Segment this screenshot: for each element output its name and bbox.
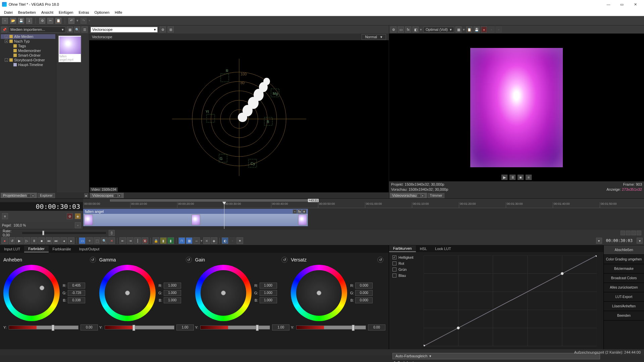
record-icon[interactable]: ● [481, 26, 487, 33]
loop-button[interactable]: ↺ [9, 237, 15, 244]
icon[interactable]: ✦ [236, 237, 243, 244]
select-tool[interactable]: ⬚ [94, 237, 100, 244]
properties-icon[interactable]: ⚙ [39, 18, 45, 24]
trim-start-button[interactable]: ⇤ [119, 237, 126, 244]
scope-type-dropdown[interactable]: Vectorscope ▾ [91, 27, 158, 33]
tab-more-icon[interactable]: ▸ [84, 193, 88, 197]
time-ruler[interactable]: 00:00:00:0000:00:10:0000:00:20:0000:00:3… [83, 202, 644, 208]
rate-marker-icon[interactable]: ▯ [109, 230, 115, 236]
wheel-reset-icon[interactable]: ↺ [377, 257, 383, 263]
wheel-knob[interactable] [125, 291, 130, 295]
cg-mid-tab[interactable]: HSL [416, 246, 431, 252]
cg-left-tab[interactable]: Input LUT [0, 246, 24, 252]
tab-float-icon[interactable]: ▫ [417, 194, 421, 197]
quantize-button[interactable]: ▦ [186, 237, 193, 244]
b-value[interactable]: 1.000 [164, 297, 181, 303]
snap-button[interactable]: ⊓ [178, 237, 185, 244]
y-value[interactable]: 1.00 [272, 324, 289, 330]
media-thumb[interactable]: fallen angel.mp4 [58, 36, 81, 62]
track-motion-icon[interactable]: ◈ [75, 213, 81, 219]
y-value[interactable]: 0.00 [368, 324, 385, 330]
track-header[interactable]: ≡ ⊘ ◈ [0, 211, 83, 222]
lock-button[interactable]: 🔒 [153, 237, 159, 244]
scope-settings-icon[interactable]: ⚙ [160, 26, 166, 33]
menu-hilfe[interactable]: Hilfe [112, 10, 125, 15]
reset-icon[interactable]: ↺ [392, 361, 395, 362]
tab-videovorschau[interactable]: Videovorschau▫✕ [390, 193, 427, 198]
tab-videoscopes[interactable]: Videoscopes▫✕ [90, 193, 124, 198]
cut-icon[interactable]: ✂ [47, 18, 53, 24]
save-icon[interactable]: 💾 [18, 18, 24, 24]
color-grading-button[interactable]: ◐ [222, 237, 228, 244]
tree-item[interactable]: -Storyboard-Ordner [1, 58, 55, 62]
color-wheel[interactable] [99, 265, 156, 321]
tab-trimmer[interactable]: Trimmer [428, 193, 445, 198]
y-slider[interactable] [9, 325, 78, 329]
tab-close-icon[interactable]: ✕ [31, 194, 35, 197]
tc-dropdown-icon[interactable]: ▾ [637, 238, 643, 244]
open-icon[interactable]: 📂 [10, 18, 16, 24]
redo-icon[interactable]: ↷ [80, 18, 87, 24]
rate-slider[interactable] [22, 232, 106, 234]
tree-expand-icon[interactable]: - [5, 35, 8, 38]
menu-extras[interactable]: Extras [76, 10, 92, 15]
checkbox[interactable] [392, 274, 396, 278]
maximize-button[interactable]: ▭ [615, 0, 629, 9]
close-button[interactable]: ✕ [629, 0, 642, 9]
menu-ansicht[interactable]: Ansicht [39, 10, 56, 15]
icon[interactable]: ▫ [229, 237, 236, 244]
y-value[interactable]: 1.00 [176, 324, 194, 330]
curve-plot[interactable] [424, 255, 597, 346]
event-fx-button[interactable]: ◈ [211, 237, 217, 244]
step-back-button[interactable]: ◂ [60, 237, 67, 244]
curve-channel-row[interactable]: Rot [392, 261, 414, 265]
delete-button[interactable]: ✕ [108, 237, 115, 244]
tree-item[interactable]: Tags [1, 44, 55, 48]
play-button[interactable]: ▷ [23, 237, 30, 244]
go-end-button[interactable]: ⏭ [53, 237, 60, 244]
wheel-knob[interactable] [221, 291, 226, 295]
tree-item[interactable]: Smart-Ordner [1, 53, 55, 58]
split-button[interactable]: ⎮ [134, 237, 141, 244]
timeline-overview[interactable]: +43:21 [83, 199, 644, 202]
tc-menu-icon[interactable]: ▾ [596, 238, 602, 244]
y-value[interactable]: 0.00 [80, 324, 98, 330]
stop-button[interactable]: ■ [38, 237, 45, 244]
tab-float-icon[interactable]: ▫ [114, 194, 117, 197]
curve-channel-row[interactable]: Blau [392, 274, 414, 278]
fx-icon[interactable]: fx [405, 26, 411, 33]
region-button[interactable]: ▮ [167, 237, 174, 244]
tab-close-icon[interactable]: ✕ [421, 194, 425, 197]
y-thumb[interactable] [256, 325, 259, 331]
playhead[interactable] [224, 202, 224, 229]
tree-item[interactable]: Haupt-Timeline [1, 62, 55, 67]
tab-close-icon[interactable]: ✕ [118, 194, 121, 197]
tree-item[interactable]: +Nach Typ [1, 39, 55, 44]
play-start-button[interactable]: ▶ [16, 237, 23, 244]
tab-explorer[interactable]: Explorer [38, 193, 55, 198]
wheel-reset-icon[interactable]: ↺ [186, 257, 192, 263]
menu-optionen[interactable]: Optionen [92, 10, 112, 15]
timecode-display[interactable]: 00:00:30:03 [0, 202, 83, 211]
paste-icon[interactable]: 📋 [55, 18, 61, 24]
track-settings-icon[interactable]: ▫ [75, 222, 81, 228]
cg-mid-tab[interactable]: Look LUT [431, 246, 455, 252]
curve-channel-row[interactable]: Grün [392, 267, 414, 272]
preview-device-icon[interactable]: ▭ [398, 26, 404, 33]
new-icon[interactable]: ▫ [2, 18, 8, 24]
menu-icon[interactable]: ≡ [526, 175, 532, 180]
undo-icon[interactable]: ↶ [68, 18, 74, 24]
scroll-right-icon[interactable] [626, 231, 631, 235]
tab-projektmedien[interactable]: Projektmedien▫✕ [1, 193, 37, 198]
view-icon[interactable]: ▦ [67, 26, 73, 33]
properties-icon[interactable]: ☰ [82, 26, 88, 33]
checkbox[interactable] [392, 255, 396, 259]
menu-bearbeiten[interactable]: Bearbeiten [15, 10, 39, 15]
r-value[interactable]: 0.405 [68, 283, 85, 289]
scope-mode-dropdown[interactable]: Normal ▾ [362, 34, 386, 40]
y-slider[interactable] [200, 325, 270, 329]
wheel-reset-icon[interactable]: ↺ [281, 257, 287, 263]
menu-datei[interactable]: Datei [1, 10, 15, 15]
b-value[interactable]: 1.000 [260, 297, 277, 303]
cg-side-button[interactable]: Lösen/Anheften [604, 302, 644, 311]
